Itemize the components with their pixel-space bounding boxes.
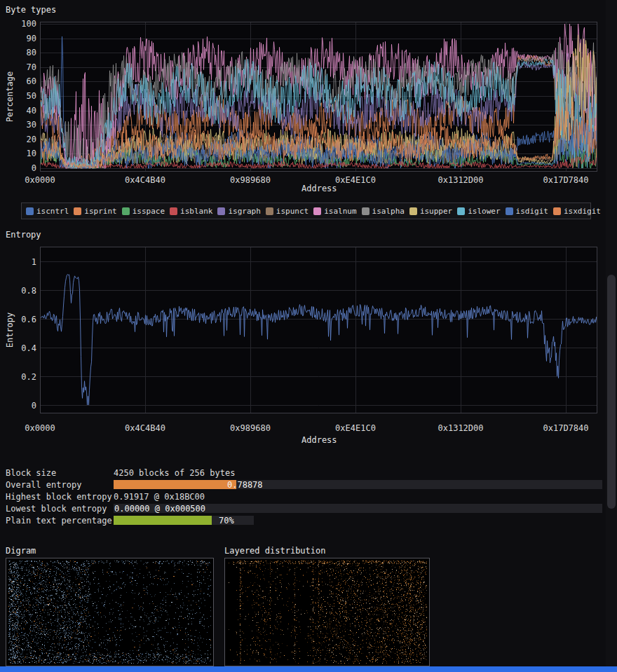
series-color-swatch: [313, 207, 321, 215]
y-tick-label: 70: [13, 62, 36, 72]
y-tick-label: 0.8: [13, 286, 36, 296]
legend-item-label: isxdigit: [564, 207, 601, 216]
stat-value-lowest-entropy: 0.00000 @ 0x000500: [114, 504, 205, 514]
stat-label-block-size: Block size: [6, 468, 56, 478]
legend-item-isgraph[interactable]: isgraph: [217, 207, 260, 216]
legend-item-isupper[interactable]: isupper: [409, 207, 452, 216]
stat-value-block-size: 4250 blocks of 256 bytes: [114, 468, 235, 478]
legend-item-isprint[interactable]: isprint: [74, 207, 116, 216]
stat-label-lowest-entropy: Lowest block entropy: [6, 504, 107, 514]
series-color-swatch: [362, 207, 369, 215]
y-tick-label: 0: [13, 401, 36, 411]
plain-text-percentage-value: 70%: [219, 516, 234, 526]
legend-item-ispunct[interactable]: ispunct: [266, 207, 308, 216]
binary-analyzer-view: Byte types Percentage 100 90 80 70 60 50…: [0, 0, 617, 672]
legend-item-label: isdigit: [516, 207, 548, 216]
legend-item-label: isgraph: [228, 207, 260, 216]
legend-item-label: isalnum: [324, 207, 356, 216]
layered-distribution-title: Layered distribution: [224, 546, 326, 556]
x-tick-label: 0x4C4B40: [114, 423, 177, 433]
legend-item-label: isprint: [84, 207, 116, 216]
x-tick-label: 0x0000: [8, 423, 72, 433]
y-tick-label: 90: [13, 34, 36, 43]
bottom-accent-bar: [0, 666, 617, 672]
legend-item-iscntrl[interactable]: iscntrl: [26, 207, 69, 216]
legend-item-label: isupper: [420, 207, 452, 216]
x-tick-label: 0xE4E1C0: [324, 423, 387, 433]
y-tick-label: 0: [13, 163, 36, 173]
y-tick-label: 50: [13, 91, 36, 101]
series-color-swatch: [506, 207, 513, 215]
series-color-swatch: [26, 207, 34, 215]
legend-item-isspace[interactable]: isspace: [122, 207, 165, 216]
legend-item-label: islower: [468, 207, 500, 216]
byte-types-plot-canvas[interactable]: [40, 22, 597, 172]
y-tick-label: 80: [13, 48, 36, 57]
x-tick-label: 0x0000: [8, 175, 72, 185]
y-tick-label: 0.4: [13, 343, 36, 353]
scrollbar-thumb[interactable]: [607, 275, 616, 509]
entropy-x-axis-label: Address: [301, 435, 337, 445]
legend-item-label: iscntrl: [36, 207, 69, 216]
series-color-swatch: [122, 207, 130, 215]
x-tick-label: 0x17D7840: [534, 423, 597, 433]
y-tick-label: 0.2: [13, 372, 36, 382]
x-tick-label: 0x1312D00: [429, 423, 492, 433]
byte-types-title: Byte types: [6, 5, 56, 15]
series-color-swatch: [457, 207, 465, 215]
series-color-swatch: [217, 207, 225, 215]
y-tick-label: 30: [13, 120, 36, 130]
overall-entropy-value: 0.78878: [227, 480, 263, 490]
x-tick-label: 0x989680: [219, 423, 282, 433]
y-tick-label: 1: [13, 257, 36, 267]
x-tick-label: 0x17D7840: [534, 175, 597, 185]
legend-item-isxdigit[interactable]: isxdigit: [553, 207, 601, 216]
series-color-swatch: [409, 207, 417, 215]
stat-label-highest-entropy: Highest block entropy: [6, 492, 112, 502]
byte-types-legend: iscntrl isprint isspace isblank isgraph …: [21, 203, 591, 219]
series-color-swatch: [553, 207, 561, 215]
overall-entropy-bar-fill: [114, 480, 236, 489]
digram-title: Digram: [6, 546, 36, 556]
y-tick-label: 0.6: [13, 315, 36, 324]
plain-text-bar-fill: [114, 516, 212, 525]
byte-types-x-axis-label: Address: [301, 184, 337, 193]
layered-distribution-canvas: [227, 561, 427, 664]
y-tick-label: 10: [13, 149, 36, 158]
legend-item-isalnum[interactable]: isalnum: [313, 207, 356, 216]
y-tick-label: 60: [13, 76, 36, 86]
entropy-plot-canvas[interactable]: [40, 247, 597, 413]
y-tick-label: 20: [13, 135, 36, 144]
series-color-swatch: [266, 207, 273, 215]
legend-item-islower[interactable]: islower: [457, 207, 500, 216]
legend-item-isalpha[interactable]: isalpha: [362, 207, 405, 216]
legend-item-isdigit[interactable]: isdigit: [506, 207, 548, 216]
stat-label-plain-text: Plain text percentage: [6, 516, 112, 526]
x-tick-label: 0x989680: [219, 175, 282, 185]
y-tick-label: 100: [13, 19, 36, 29]
legend-item-isblank[interactable]: isblank: [170, 207, 212, 216]
x-tick-label: 0x4C4B40: [114, 175, 177, 185]
legend-item-label: ispunct: [276, 207, 308, 216]
legend-item-label: isspace: [133, 207, 165, 216]
entropy-title: Entropy: [6, 230, 41, 240]
digram-canvas: [8, 561, 211, 664]
series-color-swatch: [170, 207, 177, 215]
legend-item-label: isblank: [180, 207, 212, 216]
stat-value-highest-entropy: 0.91917 @ 0x18BC00: [114, 492, 205, 502]
series-color-swatch: [74, 207, 81, 215]
y-tick-label: 40: [13, 106, 36, 116]
x-tick-label: 0x1312D00: [429, 175, 492, 185]
legend-item-label: isalpha: [372, 207, 405, 216]
stat-label-overall-entropy: Overall entropy: [6, 480, 81, 490]
